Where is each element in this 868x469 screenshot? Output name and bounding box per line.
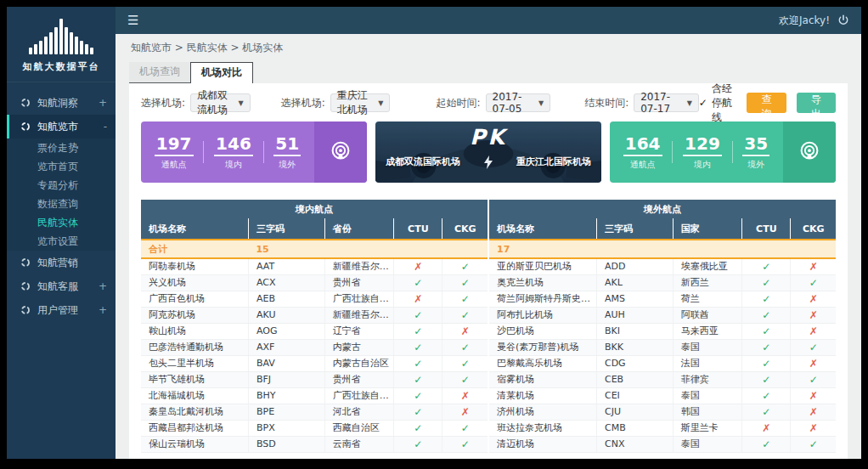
status-cell: ✓	[394, 339, 442, 355]
cross-icon: ✗	[809, 261, 818, 273]
table-row[interactable]: 巴黎戴高乐机场CDG法国✓✗	[489, 355, 836, 371]
table-body: 亚的斯亚贝巴机场ADD埃塞俄比亚✓✗奥克兰机场AKL新西兰✓✓荷兰阿姆斯特丹斯史…	[489, 258, 836, 452]
table-cell: 内蒙古	[324, 339, 394, 355]
checkmark-icon: ✓	[699, 97, 707, 109]
table-cell: AXF	[248, 339, 324, 355]
start-date-label: 起始时间:	[436, 96, 480, 110]
table-cell: CNX	[596, 436, 673, 452]
total-row: 合计15	[141, 240, 488, 258]
cross-icon: ✗	[461, 390, 470, 402]
table-row[interactable]: 秦皇岛北戴河机场BPE河北省✓✗	[141, 404, 488, 420]
hamburger-menu-icon[interactable]: ☰	[127, 13, 138, 28]
table-row[interactable]: 亚的斯亚贝巴机场ADD埃塞俄比亚✓✗	[489, 258, 836, 274]
expand-plus-icon[interactable]: +	[99, 304, 107, 316]
table-row[interactable]: 奥克兰机场AKL新西兰✓✓	[489, 274, 836, 291]
table-row[interactable]: 荷兰阿姆斯特丹斯史基浦机场AMS荷兰✓✗	[489, 291, 836, 307]
end-date-select[interactable]: 2017-07-17 ▼	[634, 93, 699, 112]
sidebar-item-lanshi-shezhi[interactable]: 览市设置	[7, 232, 116, 251]
query-button[interactable]: 查询	[747, 93, 786, 113]
include-stopover-checkbox[interactable]: ✓ 含经停航线	[699, 82, 737, 125]
sidebar-item-zhihang-lanshi[interactable]: 知航览市 -	[7, 115, 116, 138]
table-row[interactable]: 鞍山机场AOG辽宁省✓✗	[141, 323, 488, 339]
check-icon: ✓	[414, 438, 422, 450]
expand-plus-icon[interactable]: +	[99, 97, 107, 109]
table-cell: 毕节飞雄机场	[141, 371, 248, 387]
pk-left-airport-name: 成都双流国际机场	[386, 155, 460, 168]
sidebar-item-zhuanti-fenxi[interactable]: 专题分析	[7, 176, 116, 195]
status-cell: ✓	[394, 371, 442, 387]
status-cell: ✓	[442, 258, 488, 274]
export-button[interactable]: 导出	[797, 93, 836, 113]
table-row[interactable]: 曼谷(素万那普)机场BKK泰国✓✓	[489, 339, 836, 355]
table-row[interactable]: 广西百色机场AEB广西壮族自治区✗✓	[141, 291, 488, 307]
table-row[interactable]: 清迈机场CNX泰国✓✓	[489, 436, 836, 452]
table-cell: 新疆维吾尔自治区	[324, 258, 394, 274]
table-row[interactable]: 兴义机场ACX贵州省✓✓	[141, 274, 488, 291]
domestic-airports-table: 境内航点 机场名称三字码省份CTUCKG 合计15 阿勒泰机场AAT新疆维吾尔自…	[141, 200, 488, 453]
airport1-select[interactable]: 成都双流机场 ▼	[190, 93, 251, 112]
table-row[interactable]: 阿勒泰机场AAT新疆维吾尔自治区✗✓	[141, 258, 488, 274]
table-cell: 广西壮族自治区	[324, 387, 394, 404]
start-date-select[interactable]: 2017-07-05 ▼	[486, 93, 551, 112]
table-row[interactable]: 北海福城机场BHY广西壮族自治区✓✗	[141, 387, 488, 404]
cross-icon: ✗	[414, 293, 422, 305]
window-frame: 知航大数据平台 知航洞察 + 知航览市 - 票价走势 览市首页 专题分析	[0, 0, 868, 469]
table-row[interactable]: 沙巴机场BKI马来西亚✓✗	[489, 323, 836, 339]
table-row[interactable]: 保山云瑞机场BSD云南省✓✓	[141, 436, 488, 452]
table-cell: AMS	[596, 291, 673, 307]
table-row[interactable]: 班达拉奈克机场CMB斯里兰卡✗✗	[489, 420, 836, 436]
check-icon: ✓	[762, 342, 770, 353]
total-row: 17	[489, 240, 836, 258]
table-cell: BKI	[596, 323, 673, 339]
table-cell: 阿布扎比机场	[489, 307, 596, 323]
sidebar-item-yonghu-guanli[interactable]: 用户管理 +	[7, 298, 116, 322]
table-cell: 马来西亚	[673, 323, 742, 339]
table-row[interactable]: 宿雾机场CEB菲律宾✓✓	[489, 371, 836, 387]
column-header: CTU	[394, 218, 442, 240]
tab-airport-query[interactable]: 机场查询	[129, 62, 190, 82]
table-cell: 韩国	[673, 404, 742, 420]
table-cell: 奥克兰机场	[489, 274, 596, 291]
collapse-minus-icon[interactable]: -	[104, 121, 107, 133]
tab-airport-compare[interactable]: 机场对比	[190, 62, 253, 83]
check-icon: ✓	[762, 374, 770, 386]
sidebar-item-lanshi-shouye[interactable]: 览市首页	[7, 157, 116, 176]
power-logout-icon[interactable]	[837, 14, 849, 26]
table-row[interactable]: 西藏昌都邦达机场BPX西藏自治区✓✓	[141, 420, 488, 436]
check-icon: ✓	[762, 390, 770, 402]
status-cell: ✓	[442, 274, 488, 291]
column-header: CKG	[442, 218, 488, 240]
check-icon: ✓	[809, 342, 818, 353]
table-row[interactable]: 清莱机场CEI泰国✓✗	[489, 387, 836, 404]
cross-icon: ✗	[809, 358, 818, 370]
table-row[interactable]: 包头二里半机场BAV内蒙古自治区✓✓	[141, 355, 488, 371]
airport2-select[interactable]: 重庆江北机场 ▼	[330, 93, 391, 112]
table-row[interactable]: 阿克苏机场AKU新疆维吾尔自治区✓✓	[141, 307, 488, 323]
table-row[interactable]: 济州机场CJU韩国✓✗	[489, 404, 836, 420]
table-cell: 贵州省	[324, 274, 394, 291]
status-cell: ✓	[742, 436, 791, 452]
sidebar-item-label: 知航洞察	[37, 96, 78, 110]
sidebar-item-zhihang-dongcha[interactable]: 知航洞察 +	[7, 91, 116, 115]
status-cell: ✗	[791, 404, 836, 420]
sidebar-item-zhihang-kefu[interactable]: 知航客服 +	[7, 274, 116, 298]
table-row[interactable]: 阿布扎比机场AUH阿联酋✓✗	[489, 307, 836, 323]
sidebar-item-shuju-chaxun[interactable]: 数据查询	[7, 195, 116, 213]
expand-plus-icon[interactable]: +	[99, 280, 107, 292]
status-cell: ✓	[742, 387, 791, 404]
status-cell: ✗	[791, 420, 836, 436]
sidebar-item-piaojia-zoushi[interactable]: 票价走势	[7, 138, 116, 157]
total-cell	[394, 240, 442, 258]
table-cell: 亚的斯亚贝巴机场	[489, 258, 596, 274]
check-icon: ✓	[461, 374, 470, 386]
sidebar-item-zhihang-yingxiao[interactable]: 知航营销	[7, 251, 116, 274]
status-cell: ✗	[791, 291, 836, 307]
sidebar-item-minhang-shiti[interactable]: 民航实体	[7, 213, 116, 232]
table-row[interactable]: 毕节飞雄机场BFJ贵州省✓✓	[141, 371, 488, 387]
table-cell: 泰国	[673, 387, 742, 404]
status-cell: ✗	[791, 307, 836, 323]
table-cell: 班达拉奈克机场	[489, 420, 596, 436]
table-row[interactable]: 巴彦浩特通勤机场AXF内蒙古✓✓	[141, 339, 488, 355]
status-cell: ✓	[394, 404, 442, 420]
check-icon: ✓	[461, 309, 470, 321]
